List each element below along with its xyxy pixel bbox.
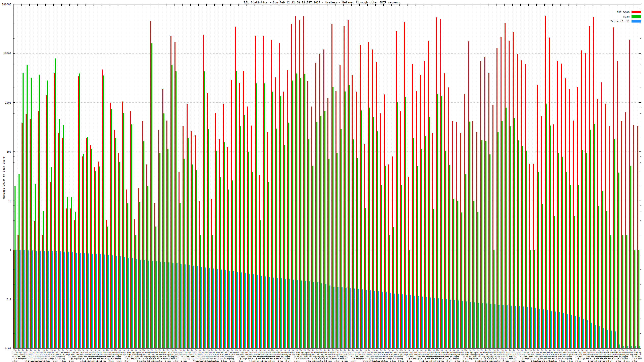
bar-score (559, 312, 560, 348)
bar-spam (538, 172, 539, 348)
bar-spam (336, 153, 338, 348)
x-tick-label: .net (303, 356, 306, 358)
bar-not-spam (170, 36, 172, 348)
x-tick-label: fo (525, 356, 527, 358)
bar-score (72, 252, 73, 348)
bar-score (301, 281, 302, 348)
bar-score (265, 277, 266, 348)
x-tick-label: g (71, 358, 72, 360)
bar-not-spam (203, 34, 204, 348)
x-tick-label: 2 hops (270, 360, 276, 362)
bar-not-spam (516, 54, 518, 348)
bar-spam (530, 250, 531, 348)
bar-not-spam (573, 120, 574, 348)
x-tick-label: 2@ (424, 350, 426, 351)
x-tick-label: 1 hop (53, 360, 58, 362)
bar-not-spam (82, 156, 83, 348)
x-tick-label: ke.ne (616, 356, 621, 358)
bar-spam (566, 172, 567, 348)
x-tick-label: 1 hop (274, 358, 279, 360)
bar-not-spam (396, 31, 397, 348)
bar-not-spam (597, 99, 598, 348)
bar-score (426, 297, 427, 348)
bar-spam (377, 131, 378, 348)
bar-not-spam (130, 111, 131, 348)
bar-score (16, 250, 16, 348)
bar-not-spam (364, 144, 365, 348)
x-tick-label: 2@ (296, 350, 298, 351)
bar-spam (184, 159, 184, 348)
bar-spam (200, 235, 201, 348)
bar-not-spam (311, 107, 312, 348)
x-tick-label: 12@ (243, 350, 246, 351)
bar-spam (594, 124, 595, 348)
x-tick-label: 2@ (251, 350, 253, 351)
bar-score (450, 300, 451, 348)
bar-score (116, 256, 117, 348)
bar-score (575, 316, 576, 348)
x-tick-label: 2@ (469, 350, 471, 351)
x-tick-label: 4 hops (503, 360, 509, 362)
bar-not-spam (320, 54, 320, 348)
bar-score (478, 303, 480, 348)
bar-spam (30, 78, 32, 348)
bar-spam (123, 113, 124, 348)
x-tick-label: 2 hops (342, 360, 348, 362)
bar-score (523, 307, 524, 348)
y-tick-label: 0.1 (7, 298, 11, 301)
x-tick-label: .org (452, 356, 456, 358)
bar-spam (240, 126, 241, 348)
bar-score (257, 275, 258, 348)
x-tick-label: none (65, 352, 69, 354)
bar-score (136, 259, 137, 348)
bar-spam (469, 122, 470, 348)
x-tick-label: g (312, 358, 313, 360)
bar-not-spam (500, 37, 502, 348)
x-tick-label: 3 hops (169, 358, 175, 360)
x-tick-label: fo (582, 356, 584, 358)
bar-not-spam (142, 121, 143, 348)
x-tick-label: none (290, 352, 294, 354)
bar-spam (401, 185, 402, 348)
bar-score (213, 269, 214, 348)
bar-not-spam (70, 209, 71, 348)
bar-score (346, 288, 346, 348)
x-tick-label: 5 hops (620, 358, 626, 360)
bar-spam (91, 149, 92, 348)
bar-not-spam (440, 19, 441, 348)
x-tick-label: 4@ (505, 350, 507, 351)
x-tick-label: dnsbl (286, 352, 291, 354)
bar-not-spam (464, 94, 465, 348)
bar-score (164, 262, 166, 348)
x-tick-label: 1 hop (512, 360, 516, 362)
x-tick-label: fo (130, 356, 132, 358)
x-tick-label: 1 hop (528, 358, 532, 360)
bar-score (482, 303, 484, 348)
x-tick-label: 4@ (54, 350, 56, 351)
bar-spam (115, 138, 116, 348)
x-tick-label: g (425, 358, 426, 360)
x-tick-label: 2@ (187, 350, 189, 351)
x-tick-label: 6 hops (471, 358, 477, 360)
x-tick-label: t (55, 358, 56, 360)
x-tick-label: 4@ (457, 350, 459, 351)
legend-label-score: Score (0..1) (610, 20, 630, 23)
bar-not-spam (408, 177, 409, 348)
x-tick-label: dnsbl (117, 352, 122, 354)
bar-not-spam (50, 182, 51, 348)
bar-spam (103, 75, 104, 348)
bar-score (470, 302, 471, 348)
x-tick-label: 12@ (271, 350, 274, 351)
x-tick-label: 2@ (404, 350, 406, 351)
bar-score (551, 311, 552, 348)
bar-score (506, 305, 508, 348)
x-tick-label: 2@ (30, 350, 32, 351)
bar-not-spam (384, 94, 385, 348)
x-tick-label: g (87, 358, 88, 360)
x-tick-label: 12@ (78, 350, 81, 351)
x-tick-label: 2@ (537, 350, 539, 351)
bar-score (502, 305, 504, 348)
x-tick-label: 2 hops (608, 360, 614, 362)
bar-score (458, 301, 459, 348)
bar-not-spam (420, 75, 421, 348)
